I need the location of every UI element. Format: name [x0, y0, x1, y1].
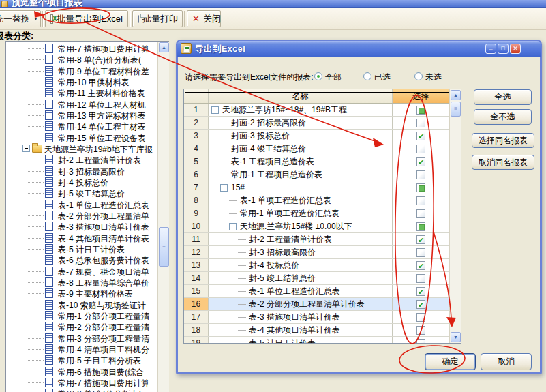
tree-item-doc[interactable]: 常用-14 单位工程主材表 — [6, 121, 158, 132]
collapse-icon[interactable] — [211, 106, 219, 114]
collapse-icon[interactable] — [22, 145, 30, 152]
checkbox-partial[interactable] — [416, 106, 425, 115]
select-all-button[interactable]: 全选 — [474, 89, 532, 105]
grid-row[interactable]: 715# — [184, 181, 461, 194]
checkbox-off[interactable] — [416, 209, 425, 218]
grid-row[interactable]: 1天地源兰亭坊15#~18#、19#B工程 — [184, 104, 461, 117]
grid-row[interactable]: 11封-2 工程量清单计价表 — [184, 233, 461, 246]
batch-export-excel-button[interactable]: 批量导出到Excel — [45, 10, 128, 27]
collapse-icon[interactable] — [229, 223, 237, 230]
maximize-icon[interactable]: □ — [498, 44, 509, 54]
scroll-up-icon[interactable]: ▲ — [451, 90, 461, 100]
tree-item-doc[interactable]: 常用-1 分部分项工程量清 — [6, 310, 158, 321]
grid-row[interactable]: 4封面-4 竣工结算总价 — [184, 142, 461, 155]
tree-item-folder[interactable]: 天地源兰亭坊19#b地下车库报 — [6, 143, 158, 154]
checkbox-off[interactable] — [416, 339, 425, 344]
minimize-icon[interactable]: _ — [485, 44, 496, 54]
tree-item-doc[interactable]: 表-10 索赔与现场签证计 — [6, 299, 158, 310]
radio-label[interactable]: 全部 — [325, 72, 342, 83]
tree-item-doc[interactable]: 常用-3 分部分项工程量清 — [6, 333, 158, 344]
ok-button[interactable]: 确定 — [425, 353, 476, 370]
tree-item-doc[interactable]: 表-4 其他项目清单计价表 — [6, 232, 158, 243]
tree-item-doc[interactable]: 常用-12 单位工程人材机 — [6, 99, 158, 110]
tree-scrollbar-thumb[interactable] — [159, 227, 169, 267]
checkbox-off[interactable] — [416, 145, 425, 153]
scroll-down-icon[interactable]: ▼ — [451, 332, 461, 342]
tree-item-doc[interactable]: 常用-4 清单项目工料机分 — [6, 344, 158, 355]
checkbox-on[interactable] — [416, 132, 425, 140]
tree-item-doc[interactable]: 常用-15 单位工程设备表 — [6, 132, 158, 143]
tree-item-doc[interactable]: 封-2 工程量清单计价表 — [6, 154, 158, 165]
grid-row[interactable]: 5表-1 工程项目总造价表 — [184, 155, 461, 168]
tree-item-doc[interactable]: 常用-8 单(合)价分析表( — [6, 388, 158, 392]
grid-row[interactable]: 6常用-1 工程项目总造价表 — [184, 168, 461, 181]
batch-print-button[interactable]: 批量打印 — [132, 10, 183, 27]
tree-item-doc[interactable]: 常用-10 甲供材料表 — [6, 76, 158, 87]
unified-replace-button[interactable]: 统一替换 ▼ — [0, 10, 41, 27]
tree-item-doc[interactable]: 表-7 规费、税金项目清单 — [6, 266, 158, 277]
tree-item-doc[interactable]: 表-1 单位工程造价汇总表 — [6, 199, 158, 210]
tree-item-doc[interactable]: 表-5 计日工计价表 — [6, 243, 158, 254]
tree-item-doc[interactable]: 表-3 措施项目清单计价表 — [6, 221, 158, 232]
checkbox-on[interactable] — [416, 261, 425, 270]
cancel-same-name-button[interactable]: 取消同名报表 — [472, 155, 534, 170]
checkbox-partial[interactable] — [416, 222, 425, 231]
grid-row[interactable]: 13封-4 投标总价 — [184, 259, 461, 272]
radio-option[interactable] — [414, 72, 423, 80]
grid-row[interactable]: 18表-4 其他项目清单计价表 — [184, 324, 461, 337]
grid-row[interactable]: 19表-5 计日工计价表 — [184, 337, 461, 344]
select-none-button[interactable]: 全不选 — [474, 109, 532, 125]
collapse-icon[interactable] — [220, 184, 228, 192]
grid-row[interactable]: 14封-5 竣工结算总价 — [184, 272, 461, 285]
tree-item-doc[interactable]: 常用-7 措施项目费用计算 — [6, 43, 158, 54]
radio-label[interactable]: 已选 — [374, 72, 391, 83]
tree-item-doc[interactable]: 常用-7 措施项目费用计算 — [6, 377, 158, 388]
checkbox-on[interactable] — [416, 287, 425, 296]
checkbox-off[interactable] — [416, 313, 425, 322]
checkbox-off[interactable] — [416, 119, 425, 127]
checkbox-off[interactable] — [416, 326, 425, 335]
tree-item-doc[interactable]: 表-2 分部分项工程量清单 — [6, 210, 158, 221]
dialog-titlebar[interactable]: 导出到Excel _ □ ✕ — [177, 41, 541, 57]
tree-item-doc[interactable]: 常用-9 单位工程材料价差 — [6, 65, 158, 76]
tree-item-doc[interactable]: 表-9 主要材料价格表 — [6, 288, 158, 299]
radio-selected[interactable] — [314, 72, 322, 80]
grid-scrollbar[interactable]: ▲ ▼ — [449, 89, 461, 343]
checkbox-on[interactable] — [416, 235, 425, 244]
checkbox-on[interactable] — [416, 300, 425, 309]
grid-row[interactable]: 16表-2 分部分项工程量清单计价表 — [184, 298, 461, 311]
checkbox-off[interactable] — [416, 196, 425, 205]
grid-row[interactable]: 10天地源.兰亭坊15#楼 ±0.00以下 — [184, 220, 461, 233]
close-button[interactable]: ✕ 关闭 — [187, 10, 221, 27]
tree-item-doc[interactable]: 常用-6 措施项目费(综合 — [6, 366, 158, 377]
grid-row[interactable]: 12封-3 招标最高限价 — [184, 246, 461, 259]
tree-item-doc[interactable]: 封-3 招标最高限价 — [6, 166, 158, 177]
close-icon[interactable]: ✕ — [510, 44, 521, 54]
grid-row[interactable]: 8表-1 单项工程造价汇总表 — [184, 194, 461, 207]
tree-item-doc[interactable]: 常用-11 主要材料价格表 — [6, 87, 158, 98]
tree-item-doc[interactable]: 常用-2 分部分项工程量清 — [6, 321, 158, 332]
grid-scrollbar-thumb[interactable] — [451, 102, 461, 117]
radio-label[interactable]: 未选 — [425, 72, 442, 83]
grid-row[interactable]: 9常用-1 单项工程造价汇总表 — [184, 207, 461, 220]
grid-row[interactable]: 15表-1 单位工程造价汇总表 — [184, 285, 461, 298]
grid-row[interactable]: 3封面-3 投标总价 — [184, 130, 461, 142]
tree-item-doc[interactable]: 常用-8 单(合)价分析表( — [6, 54, 158, 65]
cancel-button[interactable]: 取消 — [481, 353, 532, 370]
checkbox-off[interactable] — [416, 248, 425, 257]
tree-item-doc[interactable]: 常用-5 子目工料分析表 — [6, 355, 158, 365]
tree-item-doc[interactable]: 常用-13 甲方评标材料表 — [6, 110, 158, 121]
tree-item-doc[interactable]: 封-5 竣工结算总价 — [6, 187, 158, 198]
checkbox-on[interactable] — [416, 157, 425, 166]
tree-item-doc[interactable]: 表-8 工程量清单综合单价 — [6, 277, 158, 288]
checkbox-partial[interactable] — [416, 183, 425, 192]
grid-row[interactable]: 17表-3 措施项目清单计价表 — [184, 311, 461, 324]
tree-scrollbar[interactable]: ▲ — [157, 42, 169, 392]
select-same-name-button[interactable]: 选择同名报表 — [472, 133, 534, 148]
tree-item-doc[interactable]: 表-6 总承包服务费计价表 — [6, 254, 158, 265]
checkbox-off[interactable] — [416, 274, 425, 283]
scroll-up-icon[interactable]: ▲ — [159, 42, 169, 52]
radio-option[interactable] — [363, 72, 371, 80]
tree-item-doc[interactable]: 封-4 投标总价 — [6, 177, 158, 187]
grid-row[interactable]: 2封面-2 招标最高限价 — [184, 117, 461, 130]
